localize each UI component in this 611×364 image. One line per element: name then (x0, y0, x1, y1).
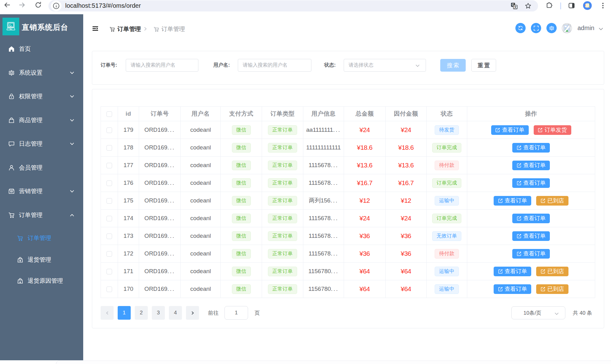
svg-text:文: 文 (514, 5, 517, 9)
